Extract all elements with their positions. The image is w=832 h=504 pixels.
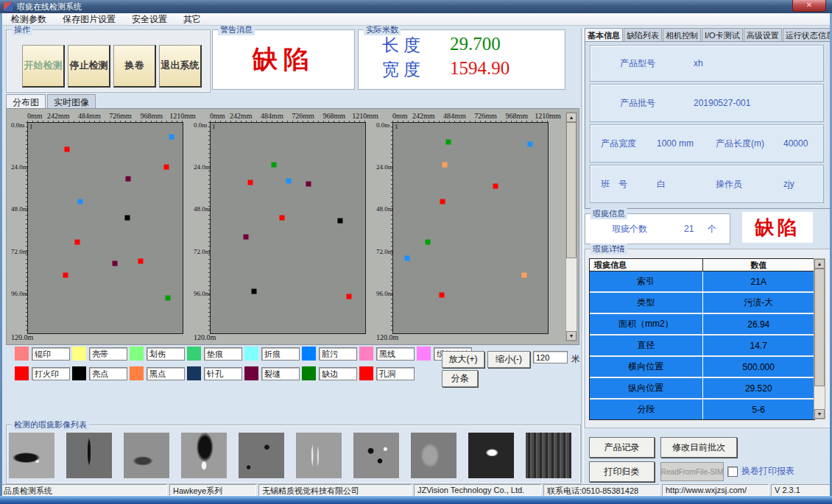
menu-item-3[interactable]: 安全设置 bbox=[124, 13, 175, 26]
close-button[interactable]: ✕ bbox=[792, 0, 826, 12]
x-tick-label: 0mm bbox=[392, 112, 408, 120]
menu-item-2[interactable]: 保存图片设置 bbox=[54, 13, 124, 26]
defect-thumbnail-1[interactable] bbox=[9, 433, 54, 478]
right-tab-6[interactable]: 运行状态信息 bbox=[783, 28, 832, 41]
scroll-down-icon[interactable]: ▼ bbox=[566, 331, 577, 341]
defect-thumbnail-7[interactable] bbox=[353, 433, 399, 478]
scrollbar-thumb[interactable] bbox=[814, 269, 825, 386]
x-tick-label: 968mm bbox=[506, 112, 529, 120]
status-segment-6: http://www.wxjzsj.com/ bbox=[662, 484, 769, 496]
defect-detail-group-label: 瑕疵详情 bbox=[590, 244, 627, 255]
defect-point bbox=[440, 292, 445, 297]
legend-swatch bbox=[187, 366, 201, 380]
status-segment-5: 联系电话:0510-85381428 bbox=[543, 484, 660, 496]
defect-thumbnail-5[interactable] bbox=[239, 433, 284, 478]
status-bar: 品质检测系统Hawkeye系列无锡精质视觉科技有限公司JZVision Tech… bbox=[0, 484, 832, 496]
meters-input[interactable] bbox=[533, 351, 568, 363]
product-record-button[interactable]: 产品记录 bbox=[589, 437, 655, 458]
legend-swatch bbox=[72, 366, 86, 380]
table-cell: 14.7 bbox=[702, 336, 815, 355]
view-tabs: 分布图实时图像 bbox=[6, 94, 97, 108]
table-row[interactable]: 分段5-6 bbox=[590, 400, 814, 419]
legend-label: 缺边 bbox=[319, 367, 357, 380]
right-tab-4[interactable]: I/O卡测试 bbox=[702, 28, 743, 41]
defect-thumbnail-10[interactable] bbox=[526, 433, 571, 478]
plot-corner-marker: 1 bbox=[29, 123, 33, 130]
y-tick-label: 24.0m bbox=[11, 163, 28, 171]
start-detect-button[interactable]: 开始检测 bbox=[22, 45, 65, 88]
view-tab-2[interactable]: 实时图像 bbox=[47, 94, 96, 108]
scroll-up-icon[interactable]: ▲ bbox=[566, 113, 577, 122]
menu-item-4[interactable]: 其它 bbox=[175, 13, 209, 26]
exit-system-button[interactable]: 退出系统 bbox=[159, 45, 202, 88]
print-classify-button[interactable]: 打印归类 bbox=[589, 461, 655, 482]
right-tab-5[interactable]: 高级设置 bbox=[744, 28, 782, 41]
operator-label: 操作员 bbox=[716, 178, 783, 191]
split-button[interactable]: 分条 bbox=[442, 370, 478, 387]
legend-item: 打火印 bbox=[15, 366, 70, 380]
table-row[interactable]: 面积（mm2）26.94 bbox=[590, 314, 814, 336]
right-tab-3[interactable]: 相机控制 bbox=[663, 28, 701, 41]
scroll-down-icon[interactable]: ▼ bbox=[814, 409, 825, 419]
chart-scrollbar[interactable]: ▲ ▼ bbox=[565, 112, 577, 341]
defect-thumbnail-6[interactable] bbox=[296, 433, 342, 478]
defect-info-group: 瑕疵信息 瑕疵个数 21 个 bbox=[585, 213, 730, 244]
table-row[interactable]: 横向位置500.000 bbox=[590, 357, 814, 378]
defect-thumbnail-4[interactable] bbox=[181, 433, 227, 478]
defect-point bbox=[113, 260, 118, 266]
legend-label: 折痕 bbox=[261, 347, 300, 361]
table-row[interactable]: 类型污渍-大 bbox=[590, 293, 814, 314]
defect-point bbox=[440, 199, 445, 205]
defect-thumbnail-2[interactable] bbox=[66, 433, 112, 478]
legend-swatch bbox=[130, 366, 144, 380]
table-cell: 29.520 bbox=[702, 378, 815, 398]
zoom-out-button[interactable]: 缩小(-) bbox=[487, 351, 530, 368]
defect-count-value: 21 bbox=[684, 224, 708, 234]
legend-item: 垫痕 bbox=[187, 347, 242, 361]
change-roll-button[interactable]: 换卷 bbox=[113, 45, 156, 88]
defect-thumbnail-3[interactable] bbox=[124, 433, 169, 478]
legend-label: 裂缝 bbox=[261, 367, 300, 380]
menu-item-1[interactable]: 检测参数 bbox=[3, 13, 54, 26]
x-tick-label: 0mm bbox=[27, 112, 43, 120]
stop-detect-button[interactable]: 停止检测 bbox=[68, 45, 110, 88]
y-tick-label: 72.0m bbox=[11, 248, 28, 255]
table-row[interactable]: 直径14.7 bbox=[590, 336, 814, 357]
defect-count-unit: 个 bbox=[708, 223, 716, 235]
legend-swatch bbox=[187, 347, 201, 361]
scatter-plot: 1 bbox=[210, 122, 366, 334]
defect-point bbox=[138, 259, 144, 264]
legend-item: 黑线 bbox=[359, 347, 415, 361]
right-tab-2[interactable]: 缺陷列表 bbox=[624, 28, 662, 41]
table-cell: 污渍-大 bbox=[702, 293, 815, 313]
y-axis-end-label: 120.0m bbox=[11, 333, 33, 341]
defect-table-scrollbar[interactable]: ▲ ▼ bbox=[814, 258, 825, 419]
view-tab-1[interactable]: 分布图 bbox=[6, 94, 46, 108]
defect-thumbnail-9[interactable] bbox=[468, 433, 514, 478]
legend-label: 脏污 bbox=[319, 347, 357, 361]
table-cell: 横向位置 bbox=[590, 357, 702, 377]
scroll-up-icon[interactable]: ▲ bbox=[814, 259, 825, 269]
defect-thumbnail-8[interactable] bbox=[411, 433, 456, 478]
table-row[interactable]: 纵向位置29.520 bbox=[590, 378, 814, 400]
defect-count-label: 瑕疵个数 bbox=[612, 223, 684, 235]
length-label: 长度 bbox=[382, 34, 450, 57]
modify-batch-button[interactable]: 修改目前批次 bbox=[660, 437, 737, 458]
legend-swatch bbox=[15, 347, 29, 361]
operator-value: zjy bbox=[783, 179, 823, 189]
read-from-file-button[interactable]: ReadFromFile-SIM bbox=[660, 462, 724, 481]
scrollbar-thumb[interactable] bbox=[566, 122, 577, 258]
shift-value: 白 bbox=[657, 178, 716, 191]
reprint-checkbox[interactable] bbox=[727, 466, 738, 477]
zoom-in-button[interactable]: 放大(+) bbox=[442, 351, 484, 368]
table-cell: 21A bbox=[702, 271, 815, 291]
window-frame-left bbox=[0, 0, 2, 496]
x-tick-label: 242mm bbox=[230, 112, 253, 120]
shift-operator-field: 班 号 白 操作员 zjy bbox=[590, 165, 824, 203]
right-tab-1[interactable]: 基本信息 bbox=[585, 28, 623, 41]
table-row[interactable]: 索引21A bbox=[590, 271, 814, 293]
table-cell: 500.000 bbox=[702, 357, 815, 377]
defect-table: 瑕疵信息数值索引21A类型污渍-大面积（mm2）26.94直径14.7横向位置5… bbox=[589, 258, 815, 420]
product-batch-field: 产品批号 20190527-001 bbox=[590, 84, 824, 122]
legend-item: 裂缝 bbox=[244, 366, 300, 380]
